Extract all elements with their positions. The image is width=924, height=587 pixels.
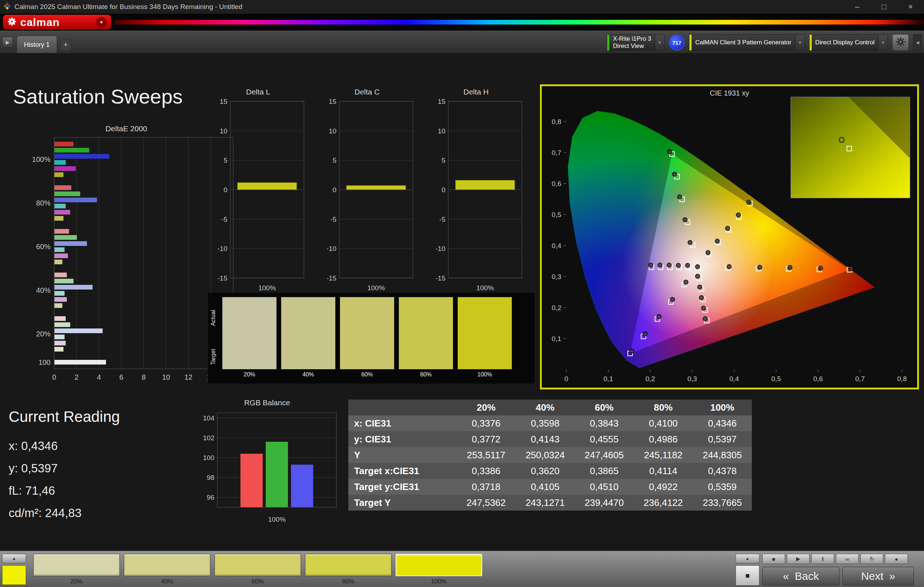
settings-button[interactable] <box>892 34 909 51</box>
delta-h-chart: Delta H 151050-5-10-15100% <box>427 88 525 302</box>
swatch-column: 20% <box>222 297 277 378</box>
color-swatch <box>222 297 277 369</box>
record-button[interactable]: ● <box>885 554 908 564</box>
target-row-label: Target <box>210 339 219 375</box>
svg-text:96: 96 <box>207 493 214 501</box>
title-bar: Calman 2025 Calman Ultimate for Business… <box>0 0 924 14</box>
page-title: Saturation Sweeps <box>13 85 183 108</box>
back-button-label: Back <box>795 570 819 582</box>
current-reading-x: x: 0,4346 <box>9 435 120 457</box>
display-control-label: Direct Display Control <box>812 38 878 47</box>
table-row: y: CIE310,37720,41430,45550,49860,5397 <box>348 431 752 447</box>
chevron-down-icon: ▼ <box>655 35 664 51</box>
collapse-panel-button[interactable]: ◀ <box>913 34 922 51</box>
next-button[interactable]: Next » <box>842 567 914 585</box>
table-cell: 0,3620 <box>516 463 575 479</box>
table-cell: 0,3865 <box>574 463 634 479</box>
pattern-button-wrap: 60% <box>214 554 301 585</box>
pattern-button-40%[interactable] <box>124 554 210 576</box>
table-header-cell: 20% <box>457 400 516 415</box>
svg-text:0: 0 <box>52 373 56 381</box>
pause-icon: ‖ <box>822 556 824 562</box>
svg-text:-5: -5 <box>330 215 337 223</box>
calman-flower-icon <box>7 17 16 28</box>
table-header-cell: 60% <box>574 400 634 415</box>
rgb-balance-chart: RGB Balance 9698100102104100% <box>195 398 339 529</box>
calman-wordmark: calman <box>20 16 59 28</box>
svg-text:10: 10 <box>329 127 337 135</box>
add-tab-button[interactable]: + <box>60 39 71 51</box>
table-cell: 0,4510 <box>574 479 634 495</box>
table-cell: 0,4922 <box>634 479 693 495</box>
deltae2000-chart-svg: 02468101214100%80%60%40%20%100 <box>18 135 234 388</box>
svg-text:0,1: 0,1 <box>604 375 613 383</box>
logo-menu-button[interactable]: ▼ <box>96 17 107 28</box>
screen-controls: ▲ ■ <box>736 554 759 585</box>
chevron-up-icon: ▲ <box>2 554 26 563</box>
tab-history-1[interactable]: History 1 <box>16 36 57 53</box>
svg-text:-10: -10 <box>327 245 337 252</box>
pattern-button-label: 40% <box>161 578 173 585</box>
pattern-generator-dropdown[interactable]: CalMAN Client 3 Pattern Generator ▼ <box>689 34 805 51</box>
readings-table-head: 20%40%60%80%100% <box>348 400 752 415</box>
table-cell: 244,8305 <box>693 447 752 463</box>
loop-button[interactable]: ∞ <box>836 554 859 564</box>
navigation-buttons: « Back Next » <box>762 567 914 585</box>
swatch-strip-swatches: 20%40%60%80%100% <box>222 297 512 378</box>
table-cell: 0,4100 <box>634 415 693 431</box>
svg-text:0: 0 <box>564 375 568 383</box>
svg-text:100%: 100% <box>477 284 494 292</box>
svg-text:0,5: 0,5 <box>552 211 561 219</box>
table-cell: 243,1271 <box>516 495 575 511</box>
meter-dropdown[interactable]: X-Rite i1Pro 3 Direct View ▼ <box>607 34 665 51</box>
table-row: Target y:CIE310,37180,41050,45100,49220,… <box>348 479 752 495</box>
delta-h-chart-svg: 151050-5-10-15100% <box>427 99 525 300</box>
loop-icon: ∞ <box>845 556 849 562</box>
pattern-window-button[interactable]: ■ <box>736 566 759 585</box>
pattern-popout-button[interactable]: ▲ <box>2 554 26 563</box>
table-cell: 0,4555 <box>574 431 634 447</box>
svg-text:100%: 100% <box>268 516 286 523</box>
chevron-down-icon: ▼ <box>795 35 805 51</box>
table-cell: 247,4605 <box>574 447 634 463</box>
pattern-button-label: 100% <box>431 578 447 585</box>
table-row: Y253,5117250,0324247,4605245,1182244,830… <box>348 447 752 463</box>
transport-popout-button[interactable]: ▲ <box>736 554 759 563</box>
deltae2000-chart: DeltaE 2000 02468101214100%80%60%40%20%1… <box>18 124 234 389</box>
close-button[interactable]: × <box>897 0 924 14</box>
table-cell: 0,3376 <box>457 415 516 431</box>
pattern-button-80%[interactable] <box>305 554 392 576</box>
back-button[interactable]: « Back <box>762 567 840 585</box>
svg-text:0,3: 0,3 <box>688 375 697 383</box>
pattern-button-label: 60% <box>252 578 264 585</box>
refresh-button[interactable]: ↻ <box>860 554 883 564</box>
table-row: Target x:CIE310,33860,36200,38650,41140,… <box>348 463 752 479</box>
table-header-cell: 40% <box>516 400 575 415</box>
pattern-button-wrap: 80% <box>305 554 392 585</box>
stop-button[interactable]: ■ <box>762 554 785 564</box>
svg-text:0,7: 0,7 <box>855 375 865 383</box>
pause-button[interactable]: ‖ <box>812 554 834 564</box>
current-reading-title: Current Reading <box>9 408 120 426</box>
meter-name: X-Rite i1Pro 3 <box>613 35 651 43</box>
workflow-expand-button[interactable]: ▶ <box>2 37 13 48</box>
pattern-button-100%[interactable] <box>396 554 482 576</box>
table-row-label: Target y:CIE31 <box>348 479 457 495</box>
svg-text:-10: -10 <box>218 245 228 252</box>
pattern-button-60%[interactable] <box>214 554 301 576</box>
gear-icon <box>896 37 906 48</box>
chevron-down-icon: ▼ <box>878 35 888 51</box>
table-cell: 0,4346 <box>693 415 752 431</box>
delta-h-chart-title: Delta H <box>427 88 525 99</box>
table-cell: 239,4470 <box>574 495 634 511</box>
play-button[interactable]: ▶ <box>787 554 810 564</box>
pattern-button-20%[interactable] <box>33 554 120 576</box>
pattern-button-label: 20% <box>70 578 82 585</box>
svg-text:0,7: 0,7 <box>552 149 561 156</box>
table-cell: 0,4105 <box>516 479 575 495</box>
svg-text:20%: 20% <box>36 330 51 338</box>
minimize-button[interactable]: – <box>844 0 871 14</box>
maximize-button[interactable]: □ <box>871 0 897 14</box>
svg-text:0,1: 0,1 <box>552 335 561 342</box>
display-control-dropdown[interactable]: Direct Display Control ▼ <box>809 34 888 51</box>
